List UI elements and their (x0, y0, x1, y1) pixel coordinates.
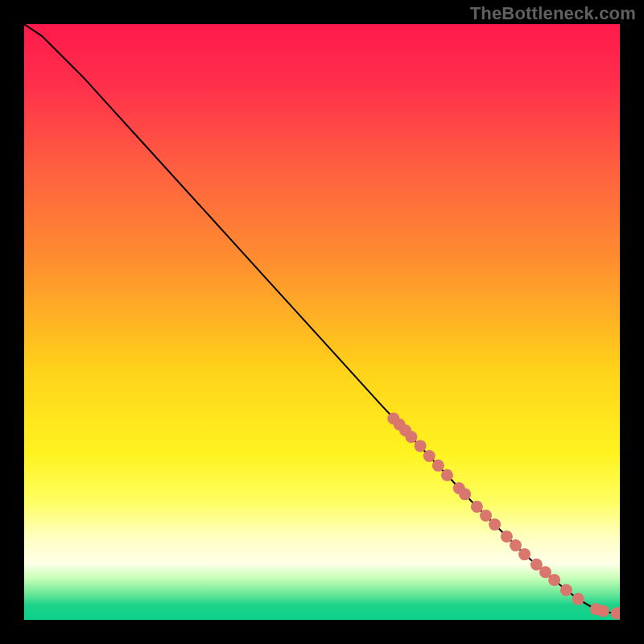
data-marker (489, 518, 501, 530)
data-marker (423, 450, 436, 462)
data-marker (560, 584, 572, 597)
watermark-text: TheBottleneck.com (470, 3, 636, 24)
data-marker (597, 605, 609, 617)
data-marker (441, 469, 453, 481)
data-marker (471, 501, 483, 513)
chart-svg (24, 24, 620, 620)
data-marker (480, 510, 492, 522)
data-marker (501, 530, 513, 543)
data-marker (406, 431, 418, 443)
data-marker (415, 440, 427, 452)
gradient-background (24, 24, 620, 620)
data-marker (572, 593, 584, 605)
data-marker (518, 548, 530, 560)
plot-area (24, 24, 620, 620)
data-marker (459, 488, 471, 500)
data-marker (432, 460, 444, 472)
data-marker (548, 574, 560, 586)
data-marker (510, 539, 522, 551)
chart-frame: TheBottleneck.com (0, 0, 644, 644)
